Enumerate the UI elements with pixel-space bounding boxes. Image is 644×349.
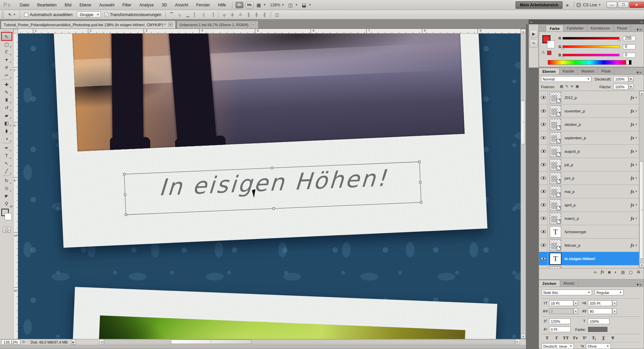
close-tab-icon[interactable]: ✕ bbox=[168, 22, 173, 27]
close-tab-icon[interactable]: ✕ bbox=[251, 22, 256, 27]
swap-colors-icon[interactable]: ⇄ bbox=[10, 205, 13, 208]
tab-farbfelder[interactable]: Farbfelder bbox=[564, 25, 587, 32]
fill-field[interactable]: 100% bbox=[613, 84, 628, 90]
fx-expand-icon[interactable]: ▾ bbox=[636, 203, 637, 206]
workspace-overflow-button[interactable]: » bbox=[566, 2, 569, 8]
underline-button[interactable]: T bbox=[600, 335, 607, 341]
layer-name[interactable]: mai_p bbox=[565, 190, 575, 194]
document-tab-inactive[interactable]: Unbenannt-1 bei 66,7% (Ebene 1, RGB/8) ✕ bbox=[176, 20, 259, 29]
font-size-dropdown-button[interactable]: ▼ bbox=[574, 300, 578, 306]
canvas-viewport[interactable]: In eisigen Höhen! bbox=[18, 34, 521, 339]
add-layer-mask-icon[interactable]: ◙ bbox=[608, 270, 610, 275]
zoom-level-dropdown[interactable]: 138% ▼ bbox=[270, 3, 284, 7]
visibility-toggle[interactable] bbox=[539, 185, 548, 198]
visibility-toggle[interactable] bbox=[539, 225, 548, 239]
layer-row[interactable]: november_p fx ▾ bbox=[539, 104, 639, 118]
font-family-dropdown[interactable]: Note this ▼ bbox=[542, 290, 592, 295]
layer-thumbnail[interactable] bbox=[550, 240, 561, 251]
font-size-field[interactable]: 18 Pt bbox=[549, 300, 573, 306]
leading-dropdown-button[interactable]: ▼ bbox=[612, 300, 617, 306]
dodge-tool-button[interactable]: ◑ bbox=[2, 135, 12, 142]
red-slider-thumb[interactable] bbox=[618, 39, 621, 42]
visibility-toggle[interactable] bbox=[539, 158, 548, 171]
fx-expand-icon[interactable]: ▾ bbox=[636, 96, 637, 99]
kerning-dropdown-button[interactable]: ▼ bbox=[574, 308, 578, 314]
panel-menu-icon[interactable]: ▼≡ bbox=[634, 283, 644, 287]
transform-handle-w[interactable] bbox=[124, 193, 126, 196]
green-photo[interactable] bbox=[96, 315, 465, 339]
layer-row[interactable]: april_p fx ▾ bbox=[539, 198, 639, 212]
visibility-toggle[interactable] bbox=[539, 212, 548, 225]
history-panel-icon[interactable]: ↷ bbox=[530, 40, 538, 48]
actions-panel-icon[interactable]: ▶ bbox=[530, 30, 538, 38]
visibility-toggle[interactable] bbox=[539, 239, 548, 252]
dock-grip[interactable] bbox=[531, 25, 537, 27]
layer-name[interactable]: oktober_p bbox=[565, 122, 581, 127]
gradient-tool-button[interactable]: ◧ bbox=[2, 119, 12, 127]
horizontal-ruler[interactable]: 1 2 3 4 5 6 7 8 9 bbox=[18, 29, 521, 34]
crop-tool-button[interactable]: # bbox=[2, 63, 12, 71]
vertical-ruler[interactable]: 7 8 9 10 11 bbox=[13, 34, 18, 339]
blend-mode-dropdown[interactable]: Normal ▼ bbox=[541, 76, 591, 82]
layer-name[interactable]: In eisigen Höhen! bbox=[565, 257, 595, 261]
layer-row[interactable]: oktober_p fx ▾ bbox=[539, 118, 639, 131]
layer-row[interactable]: T Schneeengel bbox=[539, 225, 639, 239]
layer-fx-badge[interactable]: fx bbox=[631, 135, 634, 141]
panel-grip[interactable] bbox=[540, 26, 546, 31]
layer-name[interactable]: juli_p bbox=[565, 163, 573, 167]
layer-thumbnail[interactable] bbox=[550, 119, 561, 130]
layer-row[interactable]: 2012_p fx ▾ bbox=[539, 91, 639, 104]
layer-fx-badge[interactable]: fx bbox=[631, 176, 634, 181]
layer-thumbnail[interactable] bbox=[550, 186, 561, 197]
align-vertical-centers-button[interactable]: ┬ bbox=[176, 11, 183, 18]
lock-all-icon[interactable]: ▣ bbox=[576, 84, 579, 89]
layer-name[interactable]: september_p bbox=[565, 136, 586, 140]
3d-orbit-tool-button[interactable]: ⊙ bbox=[2, 184, 12, 192]
menu-bearbeiten[interactable]: Bearbeiten bbox=[33, 0, 61, 10]
minimize-button[interactable]: — bbox=[606, 2, 617, 8]
history-brush-tool-button[interactable]: ↺ bbox=[2, 104, 12, 111]
snow-photo[interactable] bbox=[70, 34, 465, 151]
layer-fx-badge[interactable]: fx bbox=[631, 108, 634, 114]
gamut-color-swatch[interactable] bbox=[547, 51, 551, 55]
layer-row[interactable]: maerz_p fx ▾ bbox=[539, 212, 639, 225]
layer-scrollbar-thumb[interactable]: ≡ bbox=[640, 161, 644, 259]
link-layers-icon[interactable]: ∞ bbox=[594, 270, 597, 275]
blue-slider-thumb[interactable] bbox=[561, 56, 565, 58]
layer-thumbnail[interactable] bbox=[550, 199, 561, 211]
layer-thumbnail[interactable] bbox=[550, 105, 561, 117]
anti-alias-dropdown[interactable]: Ohne ▼ bbox=[586, 343, 611, 349]
visibility-toggle[interactable] bbox=[539, 171, 548, 185]
current-tool-preset[interactable]: ⇖ ▼ bbox=[8, 12, 16, 17]
language-dropdown[interactable]: Deutsch: neue ... ▼ bbox=[542, 343, 574, 349]
tab-ebenen[interactable]: Ebenen bbox=[539, 68, 559, 74]
collapse-dock-button[interactable]: » bbox=[640, 20, 642, 24]
visibility-toggle[interactable] bbox=[539, 131, 548, 145]
new-layer-icon[interactable]: ▢ bbox=[629, 270, 633, 275]
background-color-swatch[interactable] bbox=[5, 213, 12, 220]
status-flyout-button[interactable]: ▶ bbox=[71, 340, 76, 345]
baseline-shift-field[interactable]: 0 Pt bbox=[549, 327, 571, 332]
document-tab-active[interactable]: Tutorial_Poster_Polaroidjahresrueckblick… bbox=[1, 20, 176, 29]
menu-bild[interactable]: Bild bbox=[61, 0, 75, 10]
visibility-toggle[interactable] bbox=[539, 104, 548, 118]
blue-value-field[interactable]: 0 bbox=[623, 53, 636, 58]
visibility-toggle[interactable] bbox=[539, 145, 548, 158]
polaroid-card-top[interactable] bbox=[50, 34, 487, 248]
transform-handle-s[interactable] bbox=[272, 207, 275, 210]
menu-hilfe[interactable]: Hilfe bbox=[214, 0, 230, 10]
menu-filter[interactable]: Filter bbox=[118, 0, 136, 10]
menu-datei[interactable]: Datei bbox=[16, 0, 33, 10]
menu-auswahl[interactable]: Auswahl bbox=[95, 0, 118, 10]
lock-transparency-icon[interactable]: ▦ bbox=[560, 84, 563, 89]
scroll-up-button[interactable]: ▲ bbox=[521, 29, 526, 34]
visibility-toggle[interactable] bbox=[539, 265, 548, 268]
menu-fenster[interactable]: Fenster bbox=[192, 0, 214, 10]
align-bottom-edges-button[interactable]: ▁ bbox=[184, 11, 192, 18]
layer-name[interactable]: august_p bbox=[565, 149, 580, 153]
opacity-slider-button[interactable]: ▶ bbox=[629, 76, 634, 82]
distribute-top-edges-button[interactable]: ╤ bbox=[221, 11, 228, 18]
small-caps-button[interactable]: Tᴛ bbox=[572, 335, 579, 341]
quick-selection-tool-button[interactable]: ✦ bbox=[2, 56, 12, 63]
visibility-toggle[interactable] bbox=[539, 252, 548, 265]
